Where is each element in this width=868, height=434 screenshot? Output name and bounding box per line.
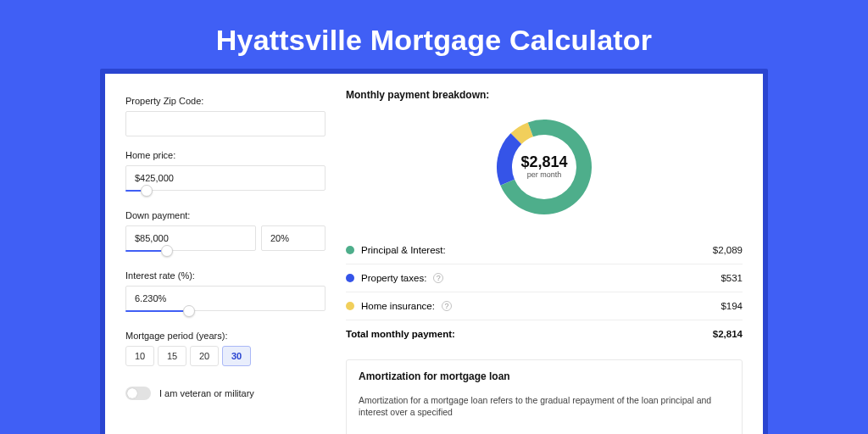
period-15-button[interactable]: 15 xyxy=(158,346,186,366)
down-payment-input[interactable] xyxy=(125,225,256,251)
amortization-text: Amortization for a mortgage loan refers … xyxy=(359,394,730,418)
interest-rate-label: Interest rate (%): xyxy=(125,270,326,281)
zip-label: Property Zip Code: xyxy=(125,96,326,106)
veteran-label: I am veteran or military xyxy=(159,388,254,398)
down-payment-label: Down payment: xyxy=(125,210,326,220)
breakdown-panel: Monthly payment breakdown: $2,814 per mo… xyxy=(346,89,743,434)
legend-row: Home insurance: ?$194 xyxy=(346,292,743,320)
down-payment-slider[interactable] xyxy=(125,250,258,259)
amortization-title: Amortization for mortgage loan xyxy=(359,370,730,382)
donut-svg: $2,814 per month xyxy=(490,113,598,221)
legend-swatch xyxy=(346,246,354,254)
donut-chart: $2,814 per month xyxy=(346,101,743,236)
interest-rate-input[interactable] xyxy=(125,286,326,311)
veteran-toggle[interactable] xyxy=(125,387,151,400)
period-20-button[interactable]: 20 xyxy=(190,346,219,366)
help-icon[interactable]: ? xyxy=(433,273,443,283)
zip-input[interactable] xyxy=(125,111,326,136)
home-price-slider[interactable] xyxy=(125,190,326,198)
total-label: Total monthly payment: xyxy=(346,329,455,339)
calculator-outer: Property Zip Code: Home price: Down paym… xyxy=(100,69,768,434)
home-price-input[interactable] xyxy=(125,165,326,191)
interest-rate-slider[interactable] xyxy=(125,310,326,319)
total-value: $2,814 xyxy=(713,329,743,339)
help-icon[interactable]: ? xyxy=(442,301,452,311)
calculator-card: Property Zip Code: Home price: Down paym… xyxy=(105,74,763,434)
legend-label: Principal & Interest: xyxy=(361,245,446,255)
mortgage-period-label: Mortgage period (years): xyxy=(125,331,326,341)
form-panel: Property Zip Code: Home price: Down paym… xyxy=(125,89,326,434)
page-title: Hyattsville Mortgage Calculator xyxy=(0,0,868,69)
legend-list: Principal & Interest:$2,089Property taxe… xyxy=(346,236,743,320)
donut-slice-1 xyxy=(497,133,521,185)
total-row: Total monthly payment: $2,814 xyxy=(346,320,743,348)
period-10-button[interactable]: 10 xyxy=(125,346,154,366)
legend-row: Property taxes: ?$531 xyxy=(346,264,743,292)
legend-label: Home insurance: xyxy=(361,301,435,311)
legend-value: $531 xyxy=(721,273,743,283)
donut-center-value: $2,814 xyxy=(520,153,567,170)
down-payment-pct-input[interactable] xyxy=(261,225,326,251)
period-30-button[interactable]: 30 xyxy=(222,346,251,366)
legend-value: $2,089 xyxy=(713,245,743,255)
mortgage-period-group: 10 15 20 30 xyxy=(125,346,326,366)
legend-row: Principal & Interest:$2,089 xyxy=(346,236,743,264)
legend-swatch xyxy=(346,274,354,282)
amortization-box: Amortization for mortgage loan Amortizat… xyxy=(346,359,743,434)
home-price-label: Home price: xyxy=(125,150,326,160)
legend-value: $194 xyxy=(721,301,743,311)
legend-swatch xyxy=(346,302,354,310)
donut-center-sub: per month xyxy=(527,170,562,179)
breakdown-title: Monthly payment breakdown: xyxy=(346,89,743,101)
legend-label: Property taxes: xyxy=(361,273,426,283)
